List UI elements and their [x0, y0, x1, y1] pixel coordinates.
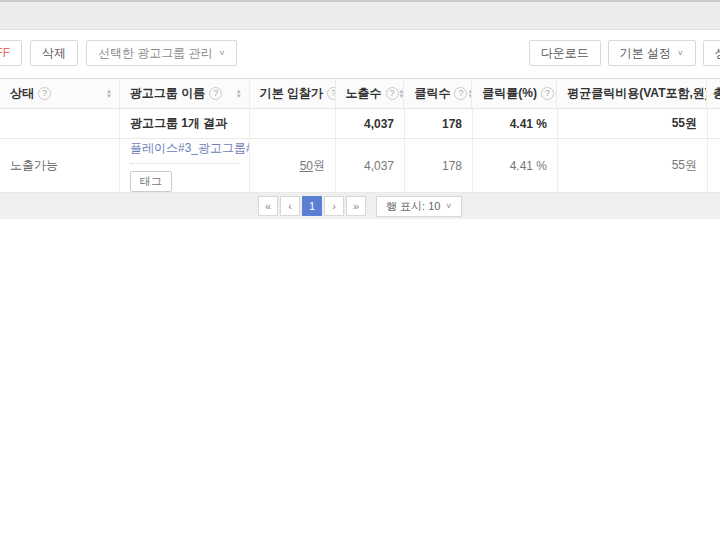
column-label: 광고그룹 이름	[130, 85, 205, 102]
pagination-bar: « ‹ 1 › » 행 표시: 10 ∨	[0, 193, 720, 219]
summary-avg-cpc: 55원	[558, 109, 708, 138]
chevron-down-icon: ∨	[219, 49, 226, 57]
avg-cpc-cell: 55원	[558, 139, 708, 192]
help-icon[interactable]: ?	[209, 87, 222, 100]
toolbar-right-group: 다운로드 기본 설정 ∨ 상세 데이터	[529, 40, 720, 66]
sort-icon[interactable]: ▲ ▼	[106, 89, 112, 99]
summary-clicks: 178	[405, 109, 473, 138]
sort-down-icon: ▼	[236, 94, 242, 99]
sort-down-icon: ▼	[106, 94, 112, 99]
column-label: 평균클릭비용(VAT포함,원)	[567, 85, 707, 102]
base-bid-cell: 50원	[250, 139, 336, 192]
summary-impressions: 4,037	[336, 109, 405, 138]
detail-data-button[interactable]: 상세 데이터	[703, 40, 720, 66]
chevron-down-icon: ∨	[677, 49, 684, 57]
default-settings-label: 기본 설정	[620, 45, 671, 62]
help-icon[interactable]: ?	[38, 87, 51, 100]
column-label: 노출수	[346, 85, 382, 102]
rows-per-page-label: 행 표시: 10	[386, 199, 440, 214]
base-bid-unit: 원	[313, 157, 325, 174]
first-page-button[interactable]: «	[258, 196, 278, 216]
help-icon[interactable]: ?	[386, 87, 399, 100]
column-header-base-bid[interactable]: 기본 입찰가 ? ▲ ▼	[250, 79, 336, 108]
table-header-row: 상태 ? ▲ ▼ 광고그룹 이름 ? ▲ ▼ 기본 입찰가 ? ▲ ▼ 노출수	[0, 79, 720, 109]
delete-button[interactable]: 삭제	[30, 40, 78, 66]
help-icon[interactable]: ?	[541, 87, 554, 100]
chevron-down-icon: ∨	[445, 202, 452, 210]
browser-top-band	[0, 0, 720, 30]
column-label: 상태	[10, 85, 34, 102]
summary-result-count: 광고그룹 1개 결과	[120, 109, 250, 138]
summary-ctr: 4.41 %	[473, 109, 558, 138]
rows-per-page-dropdown[interactable]: 행 표시: 10 ∨	[376, 196, 462, 217]
column-header-impressions[interactable]: 노출수 ? ▲ ▼	[336, 79, 405, 108]
manage-selected-adgroups-label: 선택한 광고그룹 관리	[98, 45, 213, 62]
status-cell: 노출가능	[0, 139, 120, 192]
prev-page-button[interactable]: ‹	[280, 196, 300, 216]
column-header-avg-cpc[interactable]: 평균클릭비용(VAT포함,원) ? ▲ ▼	[557, 79, 707, 108]
default-settings-button[interactable]: 기본 설정 ∨	[608, 40, 696, 66]
download-button[interactable]: 다운로드	[529, 40, 601, 66]
adgroup-name-cell: 플레이스#3_광고그룹#1 태그	[120, 139, 250, 192]
column-header-ctr[interactable]: 클릭률(%) ? ▲ ▼	[472, 79, 557, 108]
ctr-cell: 4.41 %	[473, 139, 558, 192]
column-label: 클릭률(%)	[482, 85, 537, 102]
adgroup-name-link[interactable]: 플레이스#3_광고그룹#1	[130, 140, 239, 157]
next-page-button[interactable]: ›	[324, 196, 344, 216]
column-label: 기본 입찰가	[260, 85, 323, 102]
base-bid-link[interactable]: 50	[300, 159, 313, 173]
help-icon[interactable]: ?	[327, 87, 336, 100]
adgroup-table: 상태 ? ▲ ▼ 광고그룹 이름 ? ▲ ▼ 기본 입찰가 ? ▲ ▼ 노출수	[0, 78, 720, 193]
summary-total-cost-cell	[708, 109, 720, 138]
column-label: 총비용(VAT포함,원)	[713, 85, 720, 102]
impressions-cell: 4,037	[336, 139, 405, 192]
toolbar-left-group: OFF 삭제 선택한 광고그룹 관리 ∨	[0, 40, 237, 66]
column-header-adgroup-name[interactable]: 광고그룹 이름 ? ▲ ▼	[120, 79, 250, 108]
column-header-clicks[interactable]: 클릭수 ? ▲ ▼	[404, 79, 472, 108]
help-icon[interactable]: ?	[454, 87, 467, 100]
summary-row: 광고그룹 1개 결과 4,037 178 4.41 % 55원	[0, 109, 720, 139]
tag-button[interactable]: 태그	[130, 171, 172, 192]
table-row: 노출가능 플레이스#3_광고그룹#1 태그 50원 4,037 178 4.41…	[0, 139, 720, 193]
sort-icon[interactable]: ▲ ▼	[236, 89, 242, 99]
column-header-total-cost[interactable]: 총비용(VAT포함,원)	[707, 79, 720, 108]
summary-bid-cell	[250, 109, 336, 138]
empty-page-area	[0, 219, 720, 540]
column-header-status[interactable]: 상태 ? ▲ ▼	[0, 79, 120, 108]
column-label: 클릭수	[414, 85, 450, 102]
off-button[interactable]: OFF	[0, 40, 22, 66]
total-cost-cell	[708, 139, 720, 192]
status-value: 노출가능	[10, 157, 58, 174]
summary-status-cell	[0, 109, 120, 138]
toolbar: OFF 삭제 선택한 광고그룹 관리 ∨ 다운로드 기본 설정 ∨ 상세 데이터	[0, 40, 720, 66]
divider	[130, 163, 239, 164]
manage-selected-adgroups-button[interactable]: 선택한 광고그룹 관리 ∨	[86, 40, 237, 66]
last-page-button[interactable]: »	[346, 196, 366, 216]
page-number-button[interactable]: 1	[302, 196, 322, 216]
clicks-cell: 178	[405, 139, 473, 192]
